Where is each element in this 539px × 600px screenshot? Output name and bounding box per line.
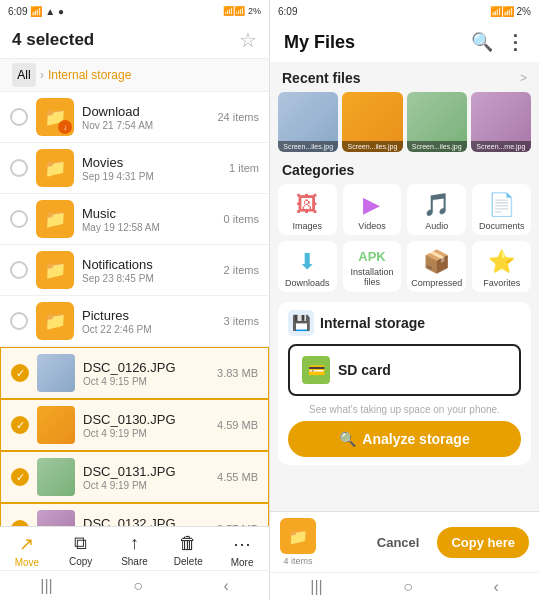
category-audio[interactable]: 🎵 Audio (407, 184, 466, 235)
recent-files-section-header: Recent files > (278, 70, 531, 86)
breadcrumb[interactable]: All › Internal storage (0, 58, 269, 92)
downloads-label: Downloads (285, 278, 330, 288)
recent-thumb-3[interactable]: Screen...iles.jpg (407, 92, 467, 152)
file-meta: Sep 19 4:31 PM (82, 171, 221, 182)
images-label: Images (293, 221, 323, 231)
sd-card-icon: 💳 (302, 356, 330, 384)
compressed-icon: 📦 (423, 249, 450, 275)
videos-icon: ▶ (363, 192, 380, 218)
list-item[interactable]: 📁 Music May 19 12:58 AM 0 items (0, 194, 269, 245)
checkbox-pictures[interactable] (10, 312, 28, 330)
list-item[interactable]: 📁 Notifications Sep 23 8:45 PM 2 items (0, 245, 269, 296)
file-name: DSC_0132.JPG (83, 516, 209, 527)
action-buttons: Cancel Copy here (324, 527, 529, 558)
recent-thumb-1[interactable]: Screen...iles.jpg (278, 92, 338, 152)
search-icon[interactable]: 🔍 (471, 31, 493, 53)
analyze-storage-button[interactable]: 🔍 Analyze storage (288, 421, 521, 457)
category-installation[interactable]: APK Installation files (343, 241, 402, 292)
checkbox-dsc0130[interactable]: ✓ (11, 416, 29, 434)
home-icon: All (17, 68, 30, 82)
delete-button[interactable]: 🗑 Delete (161, 533, 215, 568)
delete-label: Delete (174, 556, 203, 567)
left-time: 6:09 (8, 6, 27, 17)
right-status-bar: 6:09 📶📶 2% (270, 0, 539, 22)
nav-menu-icon[interactable]: ||| (40, 577, 52, 595)
copy-here-button[interactable]: Copy here (437, 527, 529, 558)
list-item[interactable]: ✓ DSC_0131.JPG Oct 4 9:19 PM 4.55 MB (0, 451, 269, 503)
category-videos[interactable]: ▶ Videos (343, 184, 402, 235)
nav-back-icon[interactable]: ‹ (223, 577, 228, 595)
documents-icon: 📄 (488, 192, 515, 218)
menu-icon[interactable]: ⋮ (505, 30, 525, 54)
left-panel: 6:09 📶 ▲ ● 📶📶 2% 4 selected ☆ All › Inte… (0, 0, 270, 600)
move-icon: ↗ (19, 533, 34, 555)
checkbox-dsc0131[interactable]: ✓ (11, 468, 29, 486)
copy-button[interactable]: ⧉ Copy (54, 533, 108, 568)
left-status-right: 📶📶 2% (223, 6, 261, 16)
file-meta: Oct 4 9:15 PM (83, 376, 209, 387)
file-info-music: Music May 19 12:58 AM (82, 206, 216, 233)
checkbox-dsc0126[interactable]: ✓ (11, 364, 29, 382)
analyze-hint: See what's taking up space on your phone… (288, 404, 521, 415)
list-item[interactable]: 📁↓ Download Nov 21 7:54 AM 24 items (0, 92, 269, 143)
file-info-pictures: Pictures Oct 22 2:46 PM (82, 308, 216, 335)
delete-icon: 🗑 (179, 533, 197, 554)
recent-thumb-label-1: Screen...iles.jpg (278, 141, 338, 152)
left-top-bar: 4 selected ☆ (0, 22, 269, 58)
right-panel: 6:09 📶📶 2% My Files 🔍 ⋮ Recent files > S… (270, 0, 539, 600)
breadcrumb-home[interactable]: All (12, 63, 36, 87)
move-label: Move (15, 557, 39, 568)
top-bar-left: 4 selected (12, 30, 94, 50)
audio-label: Audio (425, 221, 448, 231)
right-nav-menu-icon[interactable]: ||| (310, 578, 322, 596)
checkbox-movies[interactable] (10, 159, 28, 177)
recent-thumb-2[interactable]: Screen...iles.jpg (342, 92, 402, 152)
list-item[interactable]: ✓ DSC_0130.JPG Oct 4 9:19 PM 4.59 MB (0, 399, 269, 451)
list-item[interactable]: 📁 Movies Sep 19 4:31 PM 1 item (0, 143, 269, 194)
internal-storage-label: Internal storage (320, 315, 425, 331)
storage-header: 💾 Internal storage (288, 310, 521, 336)
copy-label: Copy (69, 556, 92, 567)
list-item[interactable]: ✓ DSC_0132.JPG Oct 5 3:23 PM 2.57 MB (0, 503, 269, 526)
checkbox-notifications[interactable] (10, 261, 28, 279)
documents-label: Documents (479, 221, 525, 231)
cancel-button[interactable]: Cancel (367, 527, 430, 558)
star-icon[interactable]: ☆ (239, 28, 257, 52)
category-compressed[interactable]: 📦 Compressed (407, 241, 466, 292)
list-item[interactable]: 📁 Pictures Oct 22 2:46 PM 3 items (0, 296, 269, 347)
file-name: DSC_0131.JPG (83, 464, 209, 479)
downloads-icon: ⬇ (298, 249, 316, 275)
sd-card-item[interactable]: 💳 SD card (288, 344, 521, 396)
right-action-bar: 📁 4 items Cancel Copy here (270, 511, 539, 572)
recent-thumb-4[interactable]: Screen...me.jpg (471, 92, 531, 152)
right-title: My Files (284, 32, 355, 53)
move-button[interactable]: ↗ Move (0, 533, 54, 568)
folder-icon-pictures: 📁 (36, 302, 74, 340)
file-size: 4.55 MB (217, 471, 258, 483)
breadcrumb-internal-storage[interactable]: Internal storage (48, 68, 131, 82)
right-bottom-nav: ||| ○ ‹ (270, 572, 539, 600)
nav-home-icon[interactable]: ○ (133, 577, 143, 595)
right-status-icons: 📶📶 2% (490, 6, 531, 17)
internal-storage-icon: 💾 (288, 310, 314, 336)
right-nav-home-icon[interactable]: ○ (403, 578, 413, 596)
file-items-count: 1 item (229, 162, 259, 174)
list-item[interactable]: ✓ DSC_0126.JPG Oct 4 9:15 PM 3.83 MB (0, 347, 269, 399)
category-favorites[interactable]: ⭐ Favorites (472, 241, 531, 292)
left-status-bar: 6:09 📶 ▲ ● 📶📶 2% (0, 0, 269, 22)
folder-icon-notifications: 📁 (36, 251, 74, 289)
checkbox-music[interactable] (10, 210, 28, 228)
selected-count: 4 selected (12, 30, 94, 50)
recent-more[interactable]: > (520, 71, 527, 85)
file-meta: Oct 4 9:19 PM (83, 428, 209, 439)
category-downloads[interactable]: ⬇ Downloads (278, 241, 337, 292)
left-bottom-nav: ||| ○ ‹ (0, 570, 269, 600)
category-documents[interactable]: 📄 Documents (472, 184, 531, 235)
file-info-dsc0130: DSC_0130.JPG Oct 4 9:19 PM (83, 412, 209, 439)
share-button[interactable]: ↑ Share (108, 533, 162, 568)
right-nav-back-icon[interactable]: ‹ (493, 578, 498, 596)
checkbox-download[interactable] (10, 108, 28, 126)
more-button[interactable]: ⋯ More (215, 533, 269, 568)
compressed-label: Compressed (411, 278, 462, 288)
category-images[interactable]: 🖼 Images (278, 184, 337, 235)
